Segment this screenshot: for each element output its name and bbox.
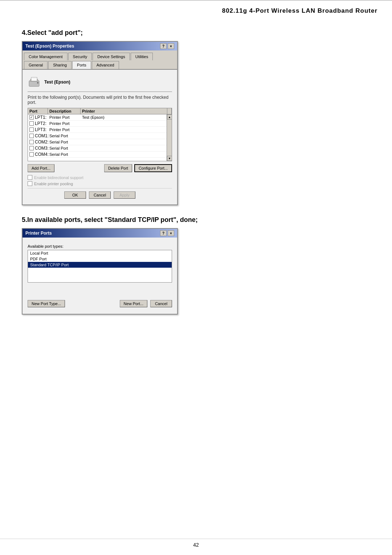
port-list-wrapper: ✓ LPT1: Printer Port Test (Epson) LPT2: … <box>28 114 172 161</box>
port-label-lpt2: LPT2: <box>35 121 46 126</box>
add-port-button[interactable]: Add Port... <box>28 164 54 172</box>
port-row-lpt1[interactable]: ✓ LPT1: Printer Port Test (Epson) <box>28 114 167 121</box>
new-port-button[interactable]: New Port... <box>120 300 147 307</box>
port-desc-lpt2: Printer Port <box>49 121 82 126</box>
port-label-lpt3: LPT3: <box>35 127 46 132</box>
dialog1-ok-button[interactable]: OK <box>64 191 86 199</box>
tab-sharing[interactable]: Sharing <box>48 61 72 69</box>
port-label-com4: COM4: <box>35 152 49 157</box>
scroll-up-arrow[interactable]: ▲ <box>167 114 172 119</box>
port-checkbox-com1[interactable] <box>29 134 34 138</box>
port-type-standard-tcp[interactable]: Standard TCP/IP Port <box>28 262 172 268</box>
printer-name: Test (Epson) <box>44 80 70 85</box>
page-number: 42 <box>193 542 199 548</box>
port-row-com3[interactable]: COM3: Serial Port <box>28 145 167 151</box>
configure-port-button[interactable]: Configure Port... <box>134 164 172 172</box>
col-header-scroll <box>167 108 172 114</box>
col-header-printer: Printer <box>81 108 167 114</box>
test-epson-properties-dialog: Test (Epson) Properties ? × Color Manage… <box>22 41 178 205</box>
port-checkbox-lpt3[interactable] <box>29 127 34 132</box>
port-action-buttons: Add Port... Delete Port Configure Port..… <box>28 164 172 172</box>
dialog1-tabs: Color Management Security Device Setting… <box>23 50 177 70</box>
dialog1-titlebar-buttons: ? × <box>160 43 174 49</box>
port-label-lpt1: LPT1: <box>35 115 46 120</box>
dialog2-help-button[interactable]: ? <box>160 230 167 236</box>
port-list: ✓ LPT1: Printer Port Test (Epson) LPT2: … <box>28 114 167 161</box>
port-row-com1[interactable]: COM1: Serial Port <box>28 133 167 139</box>
dialog2-footer-buttons: New Port Type... New Port... Cancel <box>28 300 172 307</box>
port-row-com2[interactable]: COM2: Serial Port <box>28 139 167 145</box>
dialog1-body: Test (Epson) Print to the following port… <box>23 70 177 204</box>
tab-device-settings[interactable]: Device Settings <box>93 53 130 60</box>
port-type-pdf[interactable]: PDF Port <box>28 256 172 262</box>
dialog1-title: Test (Epson) Properties <box>25 44 74 49</box>
dialog1-apply-button[interactable]: Apply <box>114 191 135 199</box>
dialog2-close-button[interactable]: × <box>168 230 174 236</box>
header-title: 802.11g 4-Port Wireless LAN Broadband Ro… <box>222 7 377 14</box>
scroll-down-arrow[interactable]: ▼ <box>167 156 172 161</box>
port-checkbox-lpt2[interactable] <box>29 121 34 126</box>
port-list-scrollbar[interactable]: ▲ ▼ <box>167 114 172 161</box>
dialog1-close-button[interactable]: × <box>168 43 174 49</box>
tab-color-management[interactable]: Color Management <box>24 53 68 60</box>
dialog1-help-button[interactable]: ? <box>160 43 167 49</box>
tab-security[interactable]: Security <box>68 53 92 60</box>
port-desc-com1: Serial Port <box>49 134 82 138</box>
dialog1-cancel-button[interactable]: Cancel <box>89 191 111 199</box>
main-content: 4.Select "add port"; Test (Epson) Proper… <box>0 18 392 329</box>
printer-pooling-checkbox-row: Enable printer pooling <box>28 181 172 186</box>
printer-ports-dialog: Printer Ports ? × Available port types: … <box>22 228 178 315</box>
printer-pooling-label: Enable printer pooling <box>34 182 73 186</box>
port-row-lpt3[interactable]: LPT3: Printer Port <box>28 127 167 133</box>
dialog1-titlebar: Test (Epson) Properties ? × <box>23 42 177 50</box>
dialog2-titlebar: Printer Ports ? × <box>23 229 177 238</box>
available-ports-label: Available port types: <box>28 244 172 248</box>
dialog2-body: Available port types: Local Port PDF Por… <box>23 238 177 314</box>
tab-ports[interactable]: Ports <box>72 61 91 69</box>
port-list-header: Port Description Printer <box>28 108 172 114</box>
port-label-com2: COM2: <box>35 139 49 145</box>
page-header: 802.11g 4-Port Wireless LAN Broadband Ro… <box>0 0 392 18</box>
port-printer-lpt1: Test (Epson) <box>82 115 165 119</box>
new-port-type-button[interactable]: New Port Type... <box>28 300 65 307</box>
dialog1-footer: OK Cancel Apply <box>28 188 172 201</box>
bidirectional-label: Enable bidirectional support <box>34 175 83 180</box>
printer-pooling-checkbox[interactable] <box>28 181 32 186</box>
port-checkbox-lpt1[interactable]: ✓ <box>29 115 34 119</box>
tab-utilities[interactable]: Utilities <box>131 53 153 60</box>
port-checkbox-com2[interactable] <box>29 140 34 144</box>
dialog2-titlebar-buttons: ? × <box>160 230 174 236</box>
port-row-com4[interactable]: COM4: Serial Port <box>28 151 167 158</box>
col-header-port: Port <box>28 108 48 114</box>
svg-point-5 <box>37 82 38 84</box>
port-types-list: Local Port PDF Port Standard TCP/IP Port <box>28 250 172 283</box>
dialog2-title: Printer Ports <box>25 231 52 236</box>
port-description: Print to the following port(s). Document… <box>28 95 172 105</box>
port-desc-com3: Serial Port <box>49 146 82 150</box>
port-desc-com2: Serial Port <box>49 140 82 144</box>
port-label-com3: COM3: <box>35 146 49 151</box>
port-type-local[interactable]: Local Port <box>28 250 172 256</box>
port-row-lpt2[interactable]: LPT2: Printer Port <box>28 121 167 127</box>
dialog2-cancel-button[interactable]: Cancel <box>150 300 172 307</box>
bidirectional-checkbox-row: Enable bidirectional support <box>28 175 172 180</box>
port-desc-com4: Serial Port <box>49 152 82 157</box>
printer-header: Test (Epson) <box>28 73 172 92</box>
port-checkbox-com3[interactable] <box>29 146 34 150</box>
port-label-com1: COM1: <box>35 133 49 138</box>
port-desc-lpt1: Printer Port <box>49 115 82 119</box>
step5-heading: 5.In available ports, select "Standard T… <box>22 216 370 224</box>
bidirectional-checkbox[interactable] <box>28 175 32 180</box>
delete-port-button[interactable]: Delete Port <box>104 164 132 172</box>
page-footer: 42 <box>0 539 392 548</box>
tab-general[interactable]: General <box>24 61 48 69</box>
tab-advanced[interactable]: Advanced <box>92 61 119 69</box>
printer-icon <box>28 76 41 89</box>
col-header-desc: Description <box>48 108 81 114</box>
port-desc-lpt3: Printer Port <box>49 127 82 132</box>
spacer <box>28 283 172 297</box>
step4-heading: 4.Select "add port"; <box>22 29 370 37</box>
port-checkbox-com4[interactable] <box>29 152 34 157</box>
